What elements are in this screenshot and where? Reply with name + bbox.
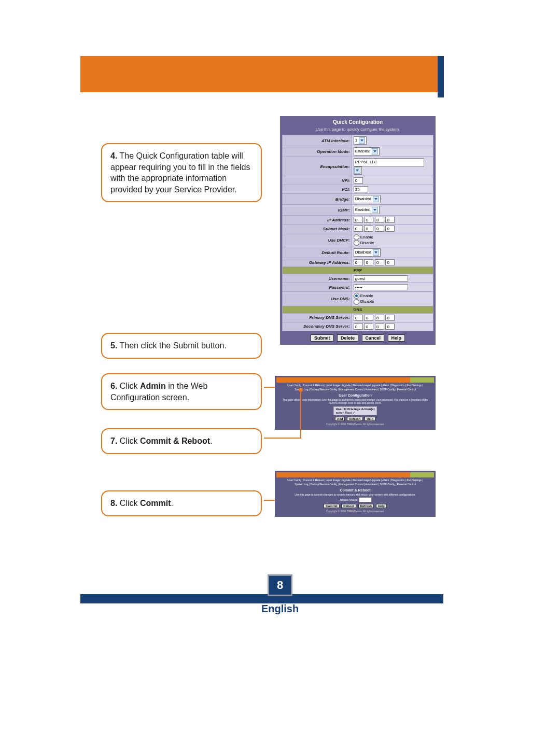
qc-igmp-label: IGMP: xyxy=(283,205,352,216)
step-7-bold: Commit & Reboot xyxy=(140,437,210,445)
step-7-text-b: . xyxy=(210,437,212,445)
qc-opmode-select[interactable]: Enabled xyxy=(354,147,380,156)
qc-mask-label: Subnet Mask: xyxy=(283,224,352,233)
chevron-down-icon xyxy=(354,166,362,175)
qc-sdns-d[interactable]: 0 xyxy=(385,323,395,330)
qc-subtitle: Use this page to quickly configure the s… xyxy=(282,126,433,135)
commit-mode-select[interactable]: Reboot xyxy=(359,497,372,502)
quick-config-screenshot: Quick Configuration Use this page to qui… xyxy=(280,116,436,345)
header-blue-tab xyxy=(438,56,444,97)
qc-usedns-label: Use DNS: xyxy=(283,292,352,306)
qc-sdns-b[interactable]: 0 xyxy=(364,323,373,330)
qc-encap-select[interactable]: PPPoE LLC xyxy=(354,158,424,166)
qc-cancel-button[interactable]: Cancel xyxy=(362,334,385,342)
step-5-text: Then click the Submit button. xyxy=(120,341,227,350)
admin-title: User Configuration xyxy=(279,393,431,397)
step-6-bold: Admin xyxy=(140,382,166,390)
admin-add-button[interactable]: Add xyxy=(335,417,345,421)
qc-button-row: Submit Delete Cancel Help xyxy=(282,331,433,343)
admin-user-table: User ID Privilege Action(s) admin Root ✓ xyxy=(333,406,376,415)
qc-mask-b[interactable]: 0 xyxy=(364,226,373,232)
commit-reboot-button[interactable]: Reboot xyxy=(341,504,356,508)
step7-leader xyxy=(264,438,301,439)
header-orange-bar xyxy=(80,56,443,92)
admin-desc: The page allows user information. Use th… xyxy=(279,398,431,404)
qc-mask-a[interactable]: 0 xyxy=(354,226,363,232)
qc-dns-separator: DNS xyxy=(283,306,433,313)
qc-dhcp-disable-radio[interactable] xyxy=(354,240,359,246)
qc-ip-a[interactable]: 0 xyxy=(354,217,363,223)
qc-username-input[interactable]: guest xyxy=(354,275,408,281)
qc-vci-label: VCI: xyxy=(283,185,352,194)
qc-atm-select[interactable]: 1 xyxy=(354,136,367,145)
commit-commit-button[interactable]: Commit xyxy=(324,504,339,508)
qc-dhcp-enable-radio[interactable] xyxy=(354,234,359,240)
chevron-down-icon xyxy=(373,196,379,202)
qc-sdns-label: Secondary DNS Server: xyxy=(283,322,352,331)
qc-usedns-disable-radio[interactable] xyxy=(354,299,359,305)
step-6-callout: 6. Click Admin in the Web Configuration … xyxy=(101,373,262,410)
step-5-number: 5. xyxy=(110,341,117,350)
qc-vpi-label: VPI: xyxy=(283,176,352,185)
qc-gw-c[interactable]: 0 xyxy=(375,259,384,265)
step7-dot xyxy=(299,388,303,392)
qc-ip-b[interactable]: 0 xyxy=(364,217,373,223)
qc-gw-d[interactable]: 0 xyxy=(385,259,395,265)
qc-help-button[interactable]: Help xyxy=(388,334,405,342)
step-7-number: 7. xyxy=(110,437,117,445)
step-6-number: 6. xyxy=(110,382,117,390)
commit-tabs xyxy=(276,472,434,477)
commit-mode-label: Reboot Mode: xyxy=(339,498,358,501)
qc-sdns-c[interactable]: 0 xyxy=(375,323,384,330)
commit-screenshot: User Config | Commit & Reboot | Local Im… xyxy=(275,471,436,517)
qc-table: ATM Interface: 1 Operation Mode: Enabled… xyxy=(282,135,433,331)
qc-gw-a[interactable]: 0 xyxy=(354,259,363,265)
step-4-text: The Quick Configuration table will appea… xyxy=(110,151,250,194)
step-8-text-b: . xyxy=(171,499,173,508)
step-8-callout: 8. Click Commit. xyxy=(101,490,262,516)
chevron-down-icon xyxy=(373,249,379,256)
page-number: 8 xyxy=(268,574,292,596)
commit-title: Commit & Reboot xyxy=(279,488,431,492)
qc-gw-b[interactable]: 0 xyxy=(364,259,373,265)
admin-refresh-button[interactable]: Refresh xyxy=(347,417,362,421)
qc-ip-d[interactable]: 0 xyxy=(385,217,395,223)
step-4-number: 4. xyxy=(110,151,117,160)
qc-password-input[interactable]: ••••• xyxy=(354,284,408,290)
qc-pdns-b[interactable]: 0 xyxy=(364,315,373,321)
step-5-callout: 5. Then click the Submit button. xyxy=(101,333,262,359)
language-label: English xyxy=(0,603,560,615)
qc-title: Quick Configuration xyxy=(282,118,433,126)
document-page: 4. The Quick Configuration table will ap… xyxy=(0,0,560,732)
qc-bridge-select[interactable]: Disabled xyxy=(354,195,381,203)
commit-help-button[interactable]: Help xyxy=(376,504,387,508)
qc-username-label: Username: xyxy=(283,274,352,283)
commit-links1: User Config | Commit & Reboot | Local Im… xyxy=(276,478,434,483)
qc-igmp-select[interactable]: Enabled xyxy=(354,206,380,214)
commit-footer: Copyright © 2004 TRENDware. All rights r… xyxy=(279,510,431,513)
admin-help-button[interactable]: Help xyxy=(365,417,375,421)
admin-links1: User Config | Commit & Reboot | Local Im… xyxy=(276,384,434,388)
qc-defroute-select[interactable]: Disabled xyxy=(354,248,381,257)
qc-bridge-label: Bridge: xyxy=(283,194,352,205)
qc-ip-c[interactable]: 0 xyxy=(375,217,384,223)
qc-mask-c[interactable]: 0 xyxy=(375,226,384,232)
qc-vci-input[interactable]: 35 xyxy=(354,186,368,192)
qc-mask-d[interactable]: 0 xyxy=(385,226,395,232)
step-7-callout: 7. Click Commit & Reboot. xyxy=(101,428,262,454)
step-7-text-a: Click xyxy=(120,437,140,445)
qc-usedns-enable-radio[interactable] xyxy=(354,293,359,299)
qc-delete-button[interactable]: Delete xyxy=(337,334,358,342)
qc-pdns-a[interactable]: 0 xyxy=(354,315,363,321)
qc-sdns-a[interactable]: 0 xyxy=(354,323,363,330)
qc-pdns-d[interactable]: 0 xyxy=(385,315,395,321)
commit-desc: Use this page to commit changes to syste… xyxy=(279,493,431,496)
qc-dhcp-label: Use DHCP: xyxy=(283,233,352,247)
commit-refresh-button[interactable]: Refresh xyxy=(358,504,374,508)
qc-submit-button[interactable]: Submit xyxy=(311,334,334,342)
qc-pdns-c[interactable]: 0 xyxy=(375,315,384,321)
step-4-callout: 4. The Quick Configuration table will ap… xyxy=(101,143,262,202)
qc-vpi-input[interactable]: 0 xyxy=(354,177,363,184)
qc-opmode-label: Operation Mode: xyxy=(283,146,352,157)
step-8-text-a: Click xyxy=(120,499,140,508)
